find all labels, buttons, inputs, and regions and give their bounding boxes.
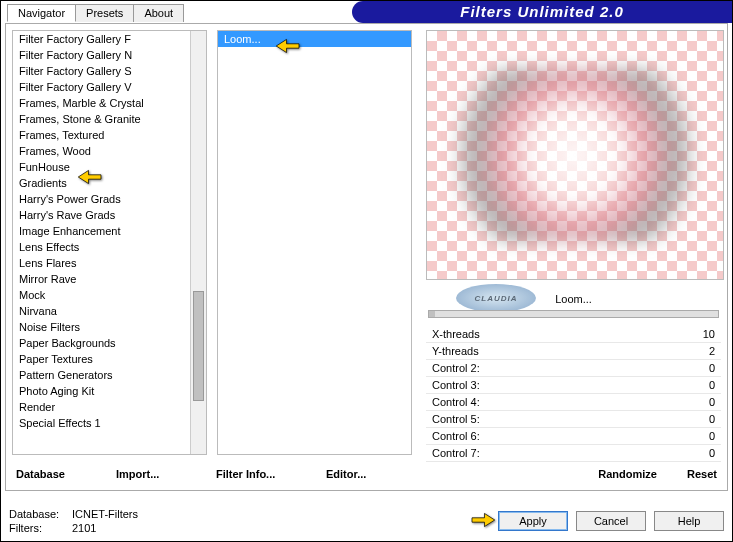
param-label: Control 3: bbox=[432, 379, 480, 391]
param-value: 0 bbox=[709, 396, 715, 408]
param-value: 0 bbox=[709, 413, 715, 425]
bottom-toolbar: Database Import... Filter Info... Editor… bbox=[16, 464, 717, 484]
category-item[interactable]: Mock bbox=[13, 287, 190, 303]
link-editor[interactable]: Editor... bbox=[326, 464, 426, 484]
param-row[interactable]: Control 5:0 bbox=[426, 411, 721, 428]
filter-item-loom[interactable]: Loom... bbox=[218, 31, 411, 47]
parameters-panel: CLAUDIA Loom... X-threads10Y-threads2Con… bbox=[426, 286, 721, 466]
param-label: Control 5: bbox=[432, 413, 480, 425]
param-row[interactable]: Control 4:0 bbox=[426, 394, 721, 411]
category-item[interactable]: Paper Backgrounds bbox=[13, 335, 190, 351]
param-row[interactable]: Control 6:0 bbox=[426, 428, 721, 445]
param-label: X-threads bbox=[432, 328, 480, 340]
param-label: Control 6: bbox=[432, 430, 480, 442]
category-item[interactable]: Harry's Rave Grads bbox=[13, 207, 190, 223]
category-item[interactable]: Noise Filters bbox=[13, 319, 190, 335]
category-item[interactable]: Special Effects 1 bbox=[13, 415, 190, 431]
filter-list[interactable]: Loom... bbox=[217, 30, 412, 455]
status-bar: Database: ICNET-Filters Filters: 2101 bbox=[9, 507, 138, 535]
param-row[interactable]: Control 3:0 bbox=[426, 377, 721, 394]
tab-presets[interactable]: Presets bbox=[75, 4, 134, 22]
param-value: 0 bbox=[709, 430, 715, 442]
param-label: Control 7: bbox=[432, 447, 480, 459]
category-item[interactable]: Mirror Rave bbox=[13, 271, 190, 287]
category-item[interactable]: Nirvana bbox=[13, 303, 190, 319]
pointer-icon bbox=[468, 509, 498, 531]
param-label: Control 2: bbox=[432, 362, 480, 374]
category-item[interactable]: Lens Flares bbox=[13, 255, 190, 271]
scrollbar-thumb[interactable] bbox=[193, 291, 204, 401]
category-item[interactable]: Frames, Textured bbox=[13, 127, 190, 143]
category-item[interactable]: Pattern Generators bbox=[13, 367, 190, 383]
status-db-label: Database: bbox=[9, 507, 64, 521]
apply-button[interactable]: Apply bbox=[498, 511, 568, 531]
params-title: CLAUDIA Loom... bbox=[426, 290, 721, 310]
param-row[interactable]: Y-threads2 bbox=[426, 343, 721, 360]
param-value: 10 bbox=[703, 328, 715, 340]
app-title: Filters Unlimited 2.0 bbox=[352, 1, 732, 23]
preview-area bbox=[426, 30, 724, 280]
category-item[interactable]: Frames, Stone & Granite bbox=[13, 111, 190, 127]
param-value: 0 bbox=[709, 379, 715, 391]
watermark-badge: CLAUDIA bbox=[456, 284, 536, 312]
tab-navigator[interactable]: Navigator bbox=[7, 4, 76, 22]
category-scrollbar[interactable] bbox=[190, 31, 206, 454]
category-item[interactable]: Paper Textures bbox=[13, 351, 190, 367]
main-panel: Filter Factory Gallery FFilter Factory G… bbox=[5, 23, 728, 491]
category-item[interactable]: Filter Factory Gallery V bbox=[13, 79, 190, 95]
category-item[interactable]: Frames, Wood bbox=[13, 143, 190, 159]
dialog-buttons: Apply Cancel Help bbox=[498, 511, 724, 531]
tabs: Navigator Presets About bbox=[7, 4, 183, 22]
cancel-button[interactable]: Cancel bbox=[576, 511, 646, 531]
category-item[interactable]: Image Enhancement bbox=[13, 223, 190, 239]
help-button[interactable]: Help bbox=[654, 511, 724, 531]
link-reset[interactable]: Reset bbox=[657, 464, 717, 484]
param-value: 0 bbox=[709, 362, 715, 374]
category-item[interactable]: Harry's Power Grads bbox=[13, 191, 190, 207]
param-value: 2 bbox=[709, 345, 715, 357]
category-item[interactable]: Filter Factory Gallery N bbox=[13, 47, 190, 63]
category-item[interactable]: Filter Factory Gallery F bbox=[13, 31, 190, 47]
param-value: 0 bbox=[709, 447, 715, 459]
param-row[interactable]: Control 2:0 bbox=[426, 360, 721, 377]
param-row[interactable]: X-threads10 bbox=[426, 326, 721, 343]
category-item[interactable]: Render bbox=[13, 399, 190, 415]
status-filters-label: Filters: bbox=[9, 521, 64, 535]
link-database[interactable]: Database bbox=[16, 464, 116, 484]
category-item[interactable]: Gradients bbox=[13, 175, 190, 191]
status-filters-value: 2101 bbox=[72, 521, 96, 535]
category-list[interactable]: Filter Factory Gallery FFilter Factory G… bbox=[12, 30, 207, 455]
link-randomize[interactable]: Randomize bbox=[567, 464, 657, 484]
category-item[interactable]: Filter Factory Gallery S bbox=[13, 63, 190, 79]
main-slider[interactable] bbox=[428, 310, 719, 318]
link-filter-info[interactable]: Filter Info... bbox=[216, 464, 326, 484]
category-item[interactable]: Lens Effects bbox=[13, 239, 190, 255]
category-item[interactable]: FunHouse bbox=[13, 159, 190, 175]
tab-about[interactable]: About bbox=[133, 4, 184, 22]
param-row[interactable]: Control 7:0 bbox=[426, 445, 721, 462]
link-import[interactable]: Import... bbox=[116, 464, 216, 484]
category-item[interactable]: Photo Aging Kit bbox=[13, 383, 190, 399]
status-db-value: ICNET-Filters bbox=[72, 507, 138, 521]
param-label: Y-threads bbox=[432, 345, 479, 357]
param-label: Control 4: bbox=[432, 396, 480, 408]
category-item[interactable]: Frames, Marble & Crystal bbox=[13, 95, 190, 111]
